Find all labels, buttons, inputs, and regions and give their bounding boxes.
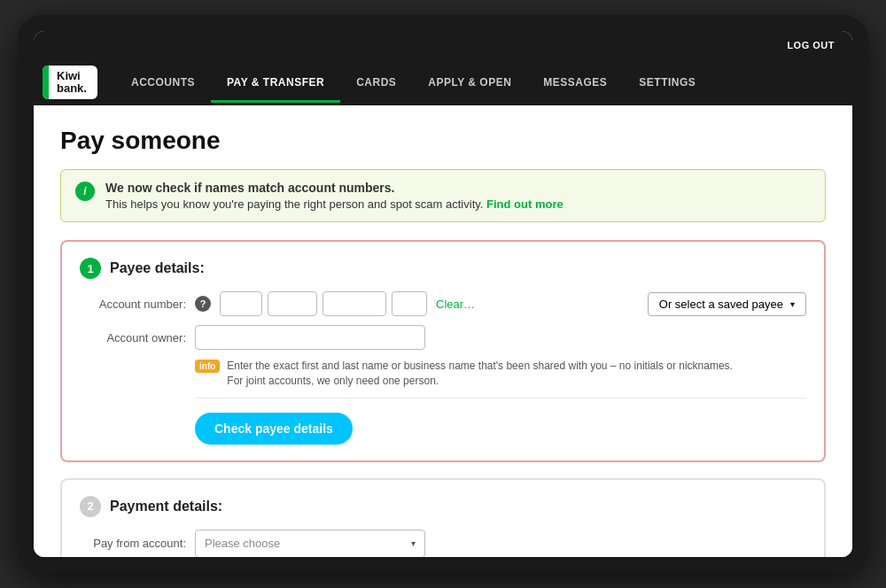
nav-item-messages[interactable]: MESSAGES: [527, 62, 623, 103]
tablet-screen: LOG OUT Kiwi bank. ACCOUNTS PAY & TRANSF…: [34, 31, 852, 557]
saved-payee-label: Or select a saved payee: [659, 298, 783, 311]
step1-badge: 1: [80, 258, 101, 279]
info-banner-title: We now check if names match account numb…: [105, 181, 563, 195]
section2-header: 2 Payment details:: [80, 496, 806, 517]
logo: Kiwi bank.: [43, 66, 97, 99]
info-banner-text: We now check if names match account numb…: [105, 181, 563, 211]
nav-bar: Kiwi bank. ACCOUNTS PAY & TRANSFER CARDS…: [34, 59, 852, 105]
payment-details-section: 2 Payment details: Pay from account: Ple…: [60, 478, 826, 557]
nav-item-settings[interactable]: SETTINGS: [623, 62, 711, 103]
help-icon[interactable]: ?: [195, 296, 211, 312]
section2-title: Payment details:: [110, 499, 222, 514]
nav-item-pay-transfer[interactable]: PAY & TRANSFER: [211, 62, 340, 103]
account-owner-input[interactable]: [195, 325, 425, 350]
saved-payee-select: Or select a saved payee ▾: [648, 292, 806, 316]
info-badge: info: [195, 360, 220, 373]
clear-link[interactable]: Clear…: [436, 298, 475, 311]
pay-from-label: Pay from account:: [80, 537, 186, 550]
info-small-text: Enter the exact first and last name or b…: [227, 359, 733, 389]
chevron-down-icon: ▾: [790, 299, 795, 309]
info-banner: i We now check if names match account nu…: [60, 169, 826, 222]
logo-text-line2: bank.: [57, 82, 87, 95]
account-field-1[interactable]: [220, 291, 262, 316]
logo-text-line1: Kiwi: [57, 70, 87, 82]
pay-from-row: Pay from account: Please choose ▾: [80, 530, 806, 557]
step2-badge: 2: [80, 496, 101, 517]
top-bar: LOG OUT: [34, 31, 852, 59]
saved-payee-button[interactable]: Or select a saved payee ▾: [648, 292, 806, 316]
pay-from-dropdown[interactable]: Please choose ▾: [195, 530, 425, 557]
account-number-row: Account number: ? Clear… Or select a sav…: [80, 291, 806, 316]
nav-item-cards[interactable]: CARDS: [340, 62, 412, 103]
tablet-frame: LOG OUT Kiwi bank. ACCOUNTS PAY & TRANSF…: [18, 15, 868, 573]
nav-item-accounts[interactable]: ACCOUNTS: [115, 62, 211, 103]
pay-from-placeholder: Please choose: [205, 537, 280, 550]
info-line1: Enter the exact first and last name or b…: [227, 359, 733, 374]
info-line2: For joint accounts, we only need one per…: [227, 374, 733, 389]
payee-details-section: 1 Payee details: Account number: ? Clear…: [60, 240, 826, 462]
check-payee-button[interactable]: Check payee details: [195, 413, 353, 445]
find-out-more-link[interactable]: Find out more: [486, 197, 563, 211]
account-owner-row: Account owner:: [80, 325, 806, 350]
info-banner-description: This helps you know you're paying the ri…: [105, 197, 483, 211]
page-title: Pay someone: [60, 127, 826, 155]
account-number-label: Account number:: [80, 298, 186, 311]
account-field-2[interactable]: [268, 291, 317, 316]
section1-title: Payee details:: [110, 260, 205, 276]
main-content: Pay someone i We now check if names matc…: [34, 105, 852, 557]
nav-items: ACCOUNTS PAY & TRANSFER CARDS APPLY & OP…: [115, 62, 843, 103]
account-inputs: Clear…: [220, 291, 639, 316]
account-field-3[interactable]: [323, 291, 386, 316]
account-owner-label: Account owner:: [80, 331, 186, 344]
logout-button[interactable]: LOG OUT: [787, 40, 835, 50]
account-field-4[interactable]: [392, 291, 427, 316]
section1-header: 1 Payee details:: [80, 258, 806, 279]
dropdown-chevron-icon: ▾: [411, 538, 416, 548]
nav-item-apply-open[interactable]: APPLY & OPEN: [412, 62, 527, 103]
info-icon: i: [75, 182, 95, 201]
logo-green-bar: [43, 66, 49, 99]
info-text-row: info Enter the exact first and last name…: [195, 359, 806, 398]
